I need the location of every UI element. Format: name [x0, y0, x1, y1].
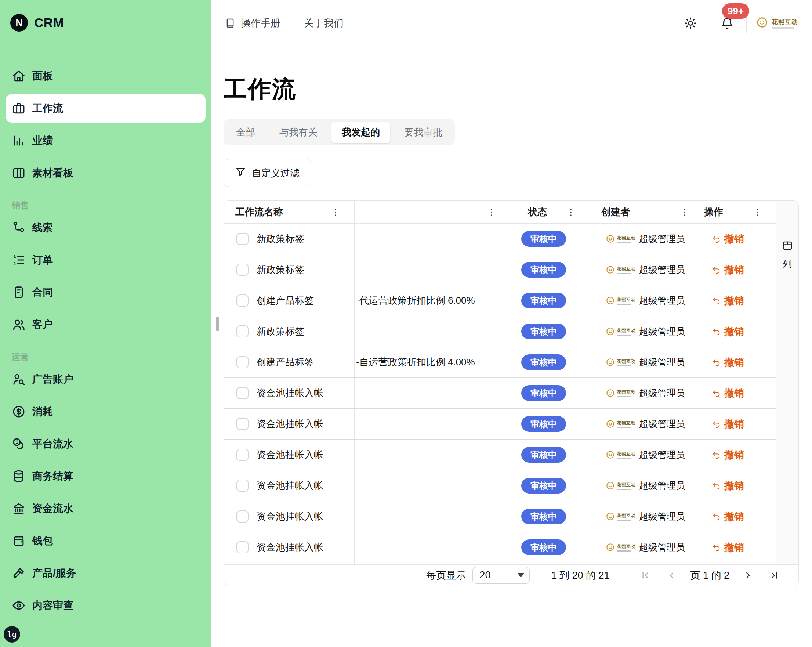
flower-icon [605, 265, 615, 275]
per-page-select[interactable]: 20 [472, 567, 530, 584]
table-columns-icon [781, 240, 793, 253]
revoke-button[interactable]: 撤销 [694, 501, 776, 532]
row-checkbox[interactable] [237, 387, 249, 399]
sidebar-item-route[interactable]: 线索 [6, 213, 206, 242]
notifications-button[interactable]: 99+ [719, 15, 735, 31]
workflow-desc [355, 409, 509, 439]
route-icon [12, 221, 26, 235]
kebab-icon[interactable] [331, 208, 340, 217]
creator-org-name: 花熙互动 [617, 266, 636, 272]
sidebar-item-bank[interactable]: 资金流水 [6, 494, 206, 523]
workflow-name: 新政策标签 [256, 325, 304, 338]
sidebar-item-wallet[interactable]: 钱包 [6, 526, 206, 555]
sidebar-item-dollar[interactable]: 消耗 [6, 397, 206, 426]
about-label: 关于我们 [304, 17, 343, 30]
per-page-value: 20 [479, 569, 490, 581]
revoke-label: 撤销 [724, 510, 744, 523]
topbar: 操作手册 关于我们 99+ 花熙互动 [211, 0, 812, 46]
tab-0[interactable]: 全部 [226, 122, 266, 143]
sidebar-item-label: 内容审查 [32, 598, 73, 612]
table-header: 工作流名称状态创建者操作 [224, 201, 776, 223]
revoke-button[interactable]: 撤销 [694, 470, 776, 501]
last-page-button[interactable] [768, 569, 780, 581]
sidebar-item-briefcase[interactable]: 工作流 [6, 94, 206, 122]
sidebar-item-label: 面板 [32, 69, 53, 83]
sidebar-group-label: 销售 [6, 200, 206, 210]
table-row: 创建产品标签-自运营政策折扣比例 4.00%审核中花熙互动超级管理员撤销 [224, 347, 776, 378]
kebab-icon[interactable] [753, 208, 762, 217]
theme-toggle-button[interactable] [682, 15, 699, 31]
revoke-label: 撤销 [724, 387, 744, 400]
row-checkbox[interactable] [237, 325, 249, 338]
range-text: 1 到 20 的 21 [551, 569, 609, 582]
previous-page-button[interactable] [666, 569, 678, 581]
sidebar-item-home[interactable]: 面板 [6, 62, 206, 90]
revoke-button[interactable]: 撤销 [694, 223, 776, 254]
row-checkbox[interactable] [237, 480, 249, 492]
row-checkbox[interactable] [237, 449, 249, 461]
coins-icon: 1 [12, 437, 26, 451]
workflow-table-card: 工作流名称状态创建者操作 新政策标签审核中花熙互动超级管理员撤销新政策标签审核中… [224, 200, 799, 586]
revoke-label: 撤销 [724, 232, 744, 246]
custom-filter-button[interactable]: 自定义过滤 [224, 159, 311, 187]
scrollbar-thumb[interactable] [216, 317, 219, 331]
pagination-bar: 每页显示 20 1 到 20 的 21 页 1 的 2 [224, 564, 798, 586]
flower-icon [605, 388, 615, 398]
flower-icon [605, 419, 615, 429]
user-avatar[interactable]: lg [4, 626, 20, 642]
tab-bar: 全部与我有关我发起的要我审批 [224, 119, 455, 145]
about-link[interactable]: 关于我们 [304, 17, 343, 30]
row-checkbox[interactable] [237, 233, 249, 245]
column-header-0: 工作流名称 [224, 201, 355, 223]
revoke-button[interactable]: 撤销 [694, 347, 776, 378]
kebab-icon[interactable] [566, 208, 575, 217]
filter-label: 自定义过滤 [252, 167, 299, 180]
creator-name: 超级管理员 [639, 541, 685, 554]
sidebar-item-kanban[interactable]: 素材看板 [6, 159, 206, 187]
revoke-button[interactable]: 撤销 [694, 254, 776, 285]
sidebar-item-file-text[interactable]: 合同 [6, 278, 206, 307]
next-page-button[interactable] [742, 569, 754, 581]
revoke-button[interactable]: 撤销 [694, 532, 776, 563]
column-settings-button[interactable]: 列 [776, 201, 798, 564]
workflow-desc: -自运营政策折扣比例 4.00% [355, 347, 509, 378]
sidebar-item-hammer[interactable]: 产品/服务 [6, 559, 206, 587]
sidebar-item-label: 工作流 [32, 101, 63, 115]
sidebar-item-users[interactable]: 客户 [6, 310, 206, 339]
row-checkbox[interactable] [237, 511, 249, 523]
sidebar-item-user-search[interactable]: 广告账户 [6, 365, 206, 394]
creator-name: 超级管理员 [639, 325, 685, 338]
workflow-desc [355, 532, 509, 563]
sidebar-item-coins[interactable]: 1平台流水 [6, 430, 206, 458]
revoke-button[interactable]: 撤销 [694, 378, 776, 408]
tab-1[interactable]: 与我有关 [269, 122, 328, 143]
row-checkbox[interactable] [237, 541, 249, 554]
sidebar-item-list-ordered[interactable]: 12订单 [6, 246, 206, 274]
sidebar-item-eye[interactable]: 内容审查 [6, 591, 206, 620]
database-icon [12, 469, 26, 483]
row-checkbox[interactable] [237, 264, 249, 276]
tab-3[interactable]: 要我审批 [394, 122, 453, 143]
manual-link[interactable]: 操作手册 [225, 17, 281, 30]
kebab-icon[interactable] [680, 208, 689, 217]
content: 工作流 全部与我有关我发起的要我审批 自定义过滤 工作流名称状态创建者操作 新政… [211, 47, 812, 647]
sidebar-item-database[interactable]: 商务结算 [6, 462, 206, 491]
revoke-button[interactable]: 撤销 [694, 409, 776, 439]
sidebar-item-chart[interactable]: 业绩 [6, 126, 206, 155]
book-icon [225, 18, 236, 29]
row-checkbox[interactable] [237, 418, 249, 430]
revoke-button[interactable]: 撤销 [694, 316, 776, 347]
kebab-icon[interactable] [487, 208, 496, 217]
row-checkbox[interactable] [237, 356, 249, 368]
workflow-desc [355, 470, 509, 501]
table-row: 资金池挂帐入帐审核中花熙互动超级管理员撤销 [224, 439, 776, 470]
revoke-button[interactable]: 撤销 [694, 439, 776, 470]
tab-2[interactable]: 我发起的 [331, 122, 390, 143]
sidebar-item-label: 消耗 [32, 405, 53, 419]
workflow-desc [355, 439, 509, 470]
undo-icon [712, 389, 721, 398]
first-page-button[interactable] [640, 569, 651, 581]
workflow-name: 资金池挂帐入帐 [256, 510, 324, 523]
row-checkbox[interactable] [237, 295, 249, 307]
revoke-button[interactable]: 撤销 [694, 285, 776, 316]
